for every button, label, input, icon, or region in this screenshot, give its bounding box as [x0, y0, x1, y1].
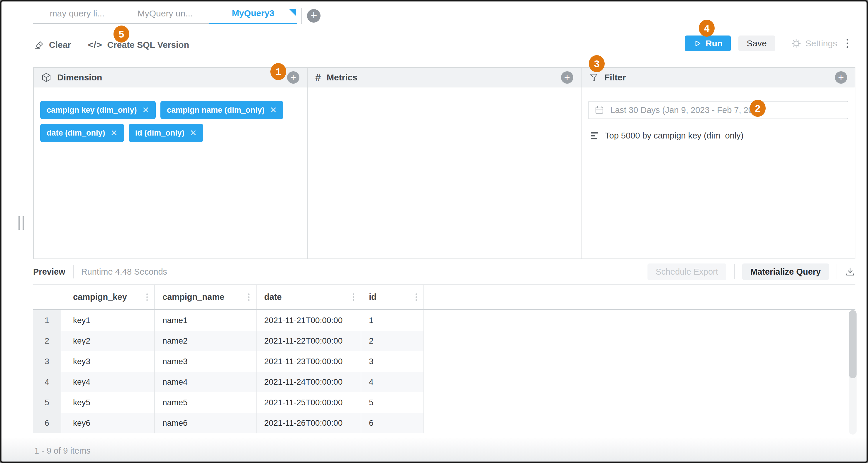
- funnel-icon: [589, 73, 598, 82]
- tab-may-query[interactable]: may query li...: [33, 8, 121, 24]
- clear-button[interactable]: Clear: [34, 40, 71, 50]
- campign-key-cell: key3: [61, 351, 155, 372]
- settings-button[interactable]: Settings: [791, 38, 837, 49]
- schedule-export-label: Schedule Export: [656, 267, 718, 277]
- create-sql-version-button[interactable]: </> Create SQL Version: [88, 40, 189, 50]
- filter-panel: Filter + Last 30 Days (Jan 9, 2023 - Feb…: [581, 68, 855, 259]
- column-header[interactable]: campign_key: [61, 285, 155, 309]
- column-header-label: campign_name: [162, 292, 224, 302]
- ranking-icon: [591, 132, 598, 139]
- tab-myquery3[interactable]: MyQuery3: [209, 8, 297, 24]
- column-header[interactable]: campign_name: [155, 285, 256, 309]
- callout-badge-2: 2: [750, 100, 766, 117]
- row-number-cell: 2: [33, 331, 61, 351]
- dimension-chip[interactable]: date (dim_only) ✕: [40, 124, 124, 142]
- callout-badge-4: 4: [699, 20, 715, 37]
- column-menu-icon[interactable]: [145, 292, 149, 302]
- download-icon[interactable]: [845, 266, 856, 277]
- table-row: 5 key5 name5 2021-11-25T00:00:00 5: [33, 392, 856, 413]
- date-range-input[interactable]: Last 30 Days (Jan 9, 2023 - Feb 7, 2023): [588, 101, 848, 119]
- preview-actions-divider: [837, 264, 837, 279]
- app-window: may query li... MyQuery un... MyQuery3 +…: [0, 0, 868, 463]
- column-header[interactable]: date: [256, 285, 361, 309]
- dimension-panel: Dimension + campign key (dim_only) ✕ cam…: [34, 68, 307, 259]
- tab-label: MyQuery un...: [137, 8, 193, 18]
- add-metric-button[interactable]: +: [561, 71, 573, 84]
- campign-key-cell: key1: [61, 310, 155, 331]
- vertical-scrollbar[interactable]: [849, 310, 857, 435]
- panel-resize-handle[interactable]: [19, 216, 24, 230]
- tab-myquery-un[interactable]: MyQuery un...: [121, 8, 209, 24]
- query-toolbar: Clear </> Create SQL Version: [34, 36, 189, 54]
- callout-badge-5: 5: [114, 26, 129, 42]
- item-count-text: 1 - 9 of 9 items: [34, 446, 91, 456]
- preview-actions: Schedule Export Materialize Query: [648, 263, 856, 280]
- column-header-label: date: [264, 292, 282, 302]
- callout-badge-3: 3: [589, 55, 604, 72]
- id-cell: 4: [361, 372, 424, 392]
- table-row: 4 key4 name4 2021-11-24T00:00:00 4: [33, 372, 856, 392]
- dimension-chip[interactable]: campign name (dim_only) ✕: [160, 101, 283, 119]
- filter-panel-header: Filter +: [582, 68, 855, 87]
- column-menu-icon[interactable]: [247, 292, 251, 302]
- date-cell: 2021-11-23T00:00:00: [256, 351, 361, 372]
- chip-label: date (dim_only): [46, 128, 105, 138]
- play-icon: [693, 39, 702, 48]
- eraser-icon: [34, 40, 44, 50]
- preview-tab[interactable]: Preview: [33, 267, 65, 277]
- dimension-panel-header: Dimension +: [34, 68, 307, 87]
- column-menu-icon[interactable]: [414, 292, 418, 302]
- scrollbar-thumb[interactable]: [849, 310, 857, 378]
- campign-name-cell: name6: [155, 413, 256, 433]
- query-tab-bar: may query li... MyQuery un... MyQuery3 +: [33, 8, 320, 24]
- dimension-chip[interactable]: id (dim_only) ✕: [129, 124, 203, 142]
- metrics-panel: # Metrics +: [307, 68, 581, 259]
- campign-name-cell: name2: [155, 331, 256, 351]
- top-n-filter-label: Top 5000 by campign key (dim_only): [605, 131, 743, 141]
- save-label: Save: [747, 38, 767, 49]
- settings-label: Settings: [806, 38, 837, 49]
- cube-icon: [41, 73, 51, 82]
- metrics-title: Metrics: [327, 73, 358, 82]
- toolbar-divider: [783, 36, 783, 51]
- id-cell: 5: [361, 392, 424, 413]
- preview-divider: [73, 265, 73, 279]
- dimension-chip[interactable]: campign key (dim_only) ✕: [40, 101, 156, 119]
- top-n-filter[interactable]: Top 5000 by campign key (dim_only): [591, 131, 848, 141]
- table-row: 2 key2 name2 2021-11-22T00:00:00 2: [33, 331, 856, 351]
- preview-bar: Preview Runtime 4.48 Seconds Schedule Ex…: [33, 259, 856, 284]
- date-cell: 2021-11-25T00:00:00: [256, 392, 361, 413]
- materialize-query-label: Materialize Query: [750, 267, 821, 277]
- column-header[interactable]: id: [361, 285, 424, 309]
- row-number-cell: 4: [33, 372, 61, 392]
- campign-key-cell: key5: [61, 392, 155, 413]
- add-filter-button[interactable]: +: [835, 71, 847, 84]
- add-tab-button[interactable]: +: [307, 9, 320, 23]
- callout-badge-1: 1: [270, 63, 286, 80]
- run-button[interactable]: Run: [685, 35, 731, 51]
- metrics-panel-body: [308, 87, 581, 259]
- table-row: 3 key3 name3 2021-11-23T00:00:00 3: [33, 351, 856, 372]
- schedule-export-button[interactable]: Schedule Export: [648, 263, 726, 280]
- row-number-header: [33, 285, 61, 309]
- remove-chip-icon[interactable]: ✕: [111, 128, 118, 138]
- remove-chip-icon[interactable]: ✕: [270, 105, 277, 115]
- more-options-button[interactable]: [845, 37, 850, 50]
- dimension-chip-list: campign key (dim_only) ✕ campign name (d…: [40, 101, 301, 142]
- column-header-label: campign_key: [73, 292, 127, 302]
- tab-label: MyQuery3: [232, 8, 274, 18]
- materialize-query-button[interactable]: Materialize Query: [742, 263, 829, 280]
- filter-title: Filter: [604, 73, 626, 82]
- id-cell: 6: [361, 413, 424, 433]
- query-builder-panels: Dimension + campign key (dim_only) ✕ cam…: [33, 67, 856, 259]
- remove-chip-icon[interactable]: ✕: [190, 128, 197, 138]
- save-button[interactable]: Save: [738, 35, 775, 51]
- date-cell: 2021-11-24T00:00:00: [256, 372, 361, 392]
- add-dimension-button[interactable]: +: [287, 71, 300, 84]
- chip-label: campign key (dim_only): [46, 106, 137, 115]
- dimension-panel-body: campign key (dim_only) ✕ campign name (d…: [34, 87, 307, 259]
- code-icon: </>: [88, 40, 102, 50]
- remove-chip-icon[interactable]: ✕: [142, 105, 149, 115]
- column-menu-icon[interactable]: [351, 292, 355, 302]
- row-number-cell: 5: [33, 392, 61, 413]
